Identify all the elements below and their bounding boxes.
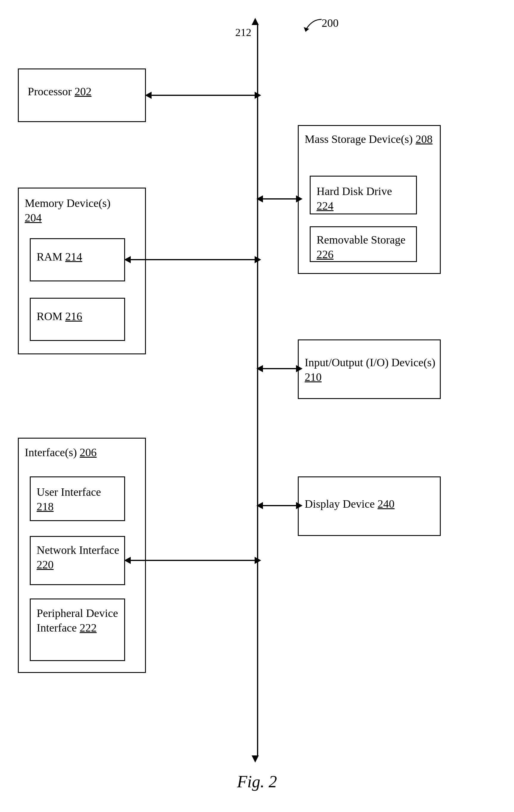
rom-ref: 216 bbox=[65, 310, 82, 322]
bus-line bbox=[257, 24, 258, 756]
processor-label: Processor 202 bbox=[28, 84, 91, 99]
display-ref: 240 bbox=[378, 498, 395, 510]
io-ref: 210 bbox=[305, 371, 322, 383]
peripheral-ref: 222 bbox=[80, 621, 97, 634]
svg-marker-18 bbox=[296, 502, 303, 509]
svg-marker-5 bbox=[124, 256, 131, 263]
user-interface-ref: 218 bbox=[37, 500, 54, 513]
network-interface-label: Network Interface 220 bbox=[37, 543, 124, 572]
io-box: Input/Output (I/O) Device(s) 210 bbox=[298, 340, 441, 399]
arrow-200-svg bbox=[298, 17, 327, 34]
rom-box: ROM 216 bbox=[30, 298, 125, 341]
svg-marker-0 bbox=[304, 27, 309, 32]
arrow-bus-io bbox=[256, 363, 303, 375]
arrow-processor-bus bbox=[145, 89, 261, 101]
processor-ref: 202 bbox=[75, 85, 91, 98]
figure-label: Fig. 2 bbox=[237, 772, 277, 791]
arrow-network-bus bbox=[124, 554, 261, 567]
removable-ref: 226 bbox=[317, 248, 334, 261]
hdd-box: Hard Disk Drive 224 bbox=[310, 176, 417, 214]
hdd-label: Hard Disk Drive 224 bbox=[317, 184, 392, 213]
ram-ref: 214 bbox=[65, 251, 82, 263]
mass-storage-ref: 208 bbox=[416, 133, 433, 145]
svg-marker-6 bbox=[255, 256, 261, 263]
svg-marker-3 bbox=[255, 92, 261, 99]
svg-marker-14 bbox=[124, 557, 131, 564]
user-interface-label: User Interface 218 bbox=[37, 485, 101, 514]
display-label: Display Device 240 bbox=[305, 497, 395, 511]
network-interface-box: Network Interface 220 bbox=[30, 536, 125, 585]
removable-label: Removable Storage 226 bbox=[317, 233, 416, 262]
peripheral-label: Peripheral Device Interface 222 bbox=[37, 606, 124, 635]
removable-box: Removable Storage 226 bbox=[310, 226, 417, 262]
display-box: Display Device 240 bbox=[298, 476, 441, 536]
svg-marker-11 bbox=[256, 365, 263, 372]
svg-marker-9 bbox=[296, 195, 303, 202]
bus-arrow-bottom bbox=[252, 755, 259, 762]
diagram: 200 212 Processor 202 Memory Device(s) 2… bbox=[0, 0, 514, 812]
ram-label: RAM 214 bbox=[37, 250, 82, 264]
svg-marker-17 bbox=[256, 502, 263, 509]
interfaces-label: Interface(s) 206 bbox=[25, 445, 97, 460]
svg-marker-8 bbox=[256, 195, 263, 202]
arrow-ram-bus bbox=[124, 254, 261, 266]
user-interface-box: User Interface 218 bbox=[30, 476, 125, 521]
svg-marker-15 bbox=[255, 557, 261, 564]
processor-box: Processor 202 bbox=[18, 68, 146, 122]
peripheral-box: Peripheral Device Interface 222 bbox=[30, 599, 125, 661]
arrow-bus-display bbox=[256, 500, 303, 512]
io-label: Input/Output (I/O) Device(s) 210 bbox=[305, 355, 440, 385]
memory-devices-label: Memory Device(s) 204 bbox=[25, 196, 111, 225]
bus-label: 212 bbox=[235, 26, 251, 39]
svg-marker-12 bbox=[296, 365, 303, 372]
mass-storage-label: Mass Storage Device(s) 208 bbox=[305, 132, 433, 146]
arrow-bus-mass-storage bbox=[256, 193, 303, 205]
interfaces-ref: 206 bbox=[80, 446, 97, 459]
rom-label: ROM 216 bbox=[37, 309, 82, 324]
memory-devices-ref: 204 bbox=[25, 211, 42, 224]
bus-arrow-top bbox=[252, 18, 259, 25]
hdd-ref: 224 bbox=[317, 200, 334, 212]
network-interface-ref: 220 bbox=[37, 558, 54, 571]
ram-box: RAM 214 bbox=[30, 238, 125, 281]
svg-marker-2 bbox=[145, 92, 151, 99]
